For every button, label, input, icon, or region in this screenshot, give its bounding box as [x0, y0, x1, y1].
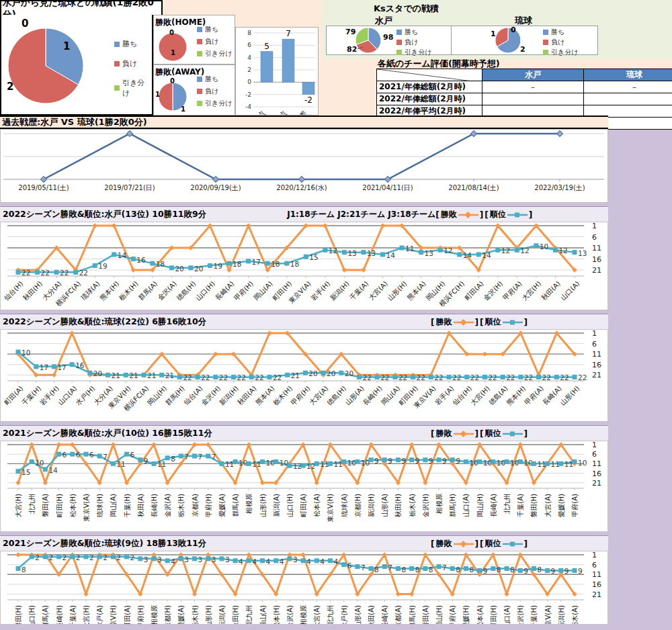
eval-cell[interactable]: – — [482, 81, 584, 93]
season-chart-panel[interactable]: 1611162122222222191416182020191817181815… — [0, 222, 608, 310]
rank-label: 3 — [157, 555, 162, 564]
ks-mito-panel[interactable]: 799882 勝ち負け引き分け — [326, 26, 452, 55]
rank-label: 21 — [112, 371, 120, 379]
legend-label: 負け — [205, 87, 218, 96]
rank-label: 22 — [219, 373, 228, 381]
season-chart-panel[interactable]: 1611162110171716202121212122222222222221… — [0, 329, 608, 422]
rank-label: 20 — [194, 265, 203, 273]
legend-label: 負け — [405, 38, 418, 47]
y-tick: 21 — [592, 590, 601, 599]
rank-label: 13 — [578, 249, 587, 257]
y-tick: 16 — [592, 469, 601, 478]
rank-label: 4 — [280, 557, 284, 566]
rank-label: 10 — [540, 242, 548, 251]
lose-swatch — [197, 39, 202, 44]
rank-label: 13 — [347, 249, 356, 257]
rank-label: 9 — [374, 457, 379, 465]
rank-label: 12 — [329, 246, 337, 255]
rank-label: 2 — [103, 553, 108, 561]
goals-bar-panel[interactable]: 86420-2-457-2得点失点得失点差 — [235, 27, 319, 116]
eval-cell[interactable] — [482, 93, 584, 105]
bracket: [ — [485, 210, 488, 220]
eval-cell[interactable]: – — [584, 81, 672, 93]
rank-label: 6 — [76, 451, 81, 459]
legend-item: 負け — [396, 38, 431, 47]
history-date: 2021/04/11(日) — [362, 184, 413, 191]
bracket: ] — [524, 318, 528, 327]
y-tick: -4 — [245, 103, 251, 110]
rank-label: 10 — [361, 459, 370, 467]
x-axis-label: 愛媛(A) — [177, 605, 185, 624]
rank-legend-marker — [507, 212, 528, 218]
bracket: ] — [529, 210, 532, 220]
legend-item: 負け — [114, 58, 152, 69]
x-axis-label: 長崎(A) — [490, 494, 497, 517]
vs-record-pie-panel[interactable]: 012 勝ち負け引き分け — [0, 15, 153, 116]
rank-label: 9 — [551, 567, 556, 575]
legend-label: 勝ち — [122, 39, 137, 49]
x-axis-label: 仙台(H) — [451, 385, 474, 408]
x-axis-label: 山口(H) — [194, 280, 216, 302]
rank-label: 8 — [401, 566, 406, 574]
eval-cell[interactable] — [584, 93, 672, 105]
season-header: 2022シーズン勝敗&順位:水戸(13位) 10勝11敗9分J1:18チーム J… — [0, 206, 608, 223]
x-axis-label: 岡山(A) — [259, 605, 267, 624]
ks-mito-pie: 799882 — [327, 26, 394, 54]
rank-label: 4 — [333, 557, 338, 566]
rank-label: 17 — [57, 363, 66, 371]
x-axis-label: 秋田(A) — [137, 494, 144, 517]
season-chart-panel[interactable]: 1611162115101466671169118777111011101012… — [0, 441, 608, 532]
series-legend: [勝敗][順位] — [431, 428, 528, 439]
season-chart-panel[interactable]: 1611162182222222233433334444344467878887… — [0, 551, 608, 625]
home-record-panel[interactable]: 勝敗(HOME) 01 勝ち負け引き分け — [153, 15, 235, 64]
rank-label: 8 — [429, 566, 433, 574]
rank-label: 17 — [40, 363, 48, 371]
rank-label: 4 — [252, 557, 257, 566]
y-tick: 16 — [592, 580, 601, 589]
x-axis-label: 磐田(A) — [42, 494, 49, 517]
away-record-panel[interactable]: 勝敗(AWAY) 011 勝ち負け引き分け — [153, 64, 235, 116]
rank-label: 15 — [22, 468, 30, 476]
rank-label: 16 — [75, 361, 85, 369]
rank-label: 20 — [327, 369, 335, 377]
x-axis-label: 松本(H) — [273, 605, 280, 624]
lose-swatch — [543, 40, 548, 45]
ks-ryukyu-panel[interactable]: 012 勝ち負け引き分け — [452, 26, 598, 55]
legend-label: 負け — [122, 58, 137, 69]
x-axis-label: 大宮(A) — [544, 494, 552, 517]
x-axis-label: 群馬(A) — [232, 494, 239, 517]
x-axis-label: 秋田(H) — [394, 494, 402, 517]
rank-label: 3 — [144, 555, 149, 564]
rank-label: 9 — [415, 457, 420, 465]
rank-label: 22 — [488, 373, 497, 381]
rank-label: 10 — [469, 459, 478, 467]
history-panel[interactable]: 2019/05/11(土)2019/07/21(日)2020/09/19(土)2… — [0, 129, 608, 203]
rank-label: 22 — [79, 269, 88, 277]
x-axis-label: 町田(H) — [56, 494, 63, 517]
series-legend: [勝敗][順位] — [431, 538, 528, 549]
table-row: 2021/年俸総額(2月時)–– — [377, 81, 672, 93]
rank-label: 18 — [290, 260, 299, 268]
win-swatch — [114, 42, 120, 47]
x-axis-label: 秋田(A) — [236, 385, 257, 406]
win-swatch — [396, 30, 402, 35]
legend-item: 引き分け — [114, 78, 152, 98]
x-axis-label: 町田(A) — [124, 605, 131, 624]
rank-label: 10 — [239, 459, 247, 467]
x-axis-label: 群馬(A) — [137, 280, 159, 302]
rank-label: 8 — [497, 566, 501, 574]
rank-label: 11 — [320, 460, 329, 468]
rank-label: 6 — [62, 451, 67, 459]
rank-label: 6 — [89, 451, 94, 459]
rank-legend-marker — [503, 431, 523, 437]
x-axis-label: 甲府(A) — [523, 385, 545, 406]
rank-label: 8 — [415, 566, 420, 574]
x-axis-label: 磐田(H) — [530, 494, 538, 517]
lose-value: 1 — [155, 91, 160, 98]
history-date: 2020/12/16(水) — [276, 184, 327, 191]
rank-label: 7 — [212, 453, 216, 461]
x-axis-label: 東京V(H) — [110, 605, 117, 624]
rank-label: 22 — [452, 373, 461, 381]
x-axis-label: 相模原 — [245, 494, 253, 514]
x-axis-label: 金沢(A) — [164, 494, 171, 518]
